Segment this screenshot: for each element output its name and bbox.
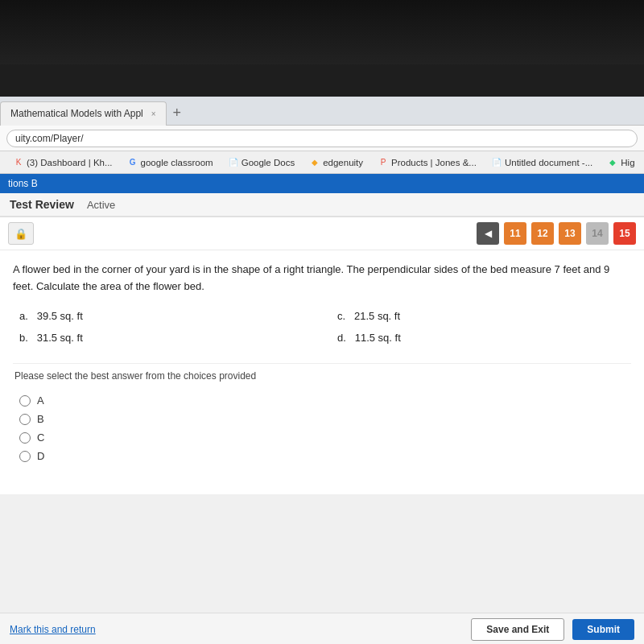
bookmark-hig[interactable]: ◆ Hig [601, 155, 641, 170]
select-instruction: Please select the best answer from the c… [13, 370, 631, 382]
radio-circle-d [19, 451, 31, 462]
bookmark-dashboard[interactable]: K (3) Dashboard | Kh... [6, 155, 119, 170]
bookmark-edgenuity[interactable]: ◆ edgenuity [303, 155, 369, 170]
bookmark-dashboard-label: (3) Dashboard | Kh... [27, 158, 113, 167]
bookmark-untitled-label: Untitled document -... [505, 158, 592, 167]
question-text: A flower bed in the corner of your yard … [13, 262, 631, 295]
answer-choices-grid: a. 39.5 sq. ft c. 21.5 sq. ft b. 31.5 sq… [13, 307, 631, 348]
bottom-action-bar: Mark this and return Save and Exit Submi… [0, 613, 644, 644]
tab-label: Mathematical Models with Appl [10, 108, 143, 119]
radio-label-a: A [37, 394, 44, 407]
content-area: A flower bed in the corner of your yard … [0, 250, 644, 644]
bookmark-classroom-label: google classroom [141, 158, 213, 167]
choice-a: a. 39.5 sq. ft [19, 307, 313, 325]
radio-options: A B C D [13, 394, 631, 462]
prev-question-button[interactable]: ◀ [477, 222, 499, 245]
section-divider [13, 363, 631, 364]
question-12-button[interactable]: 12 [531, 222, 554, 245]
question-area: A flower bed in the corner of your yard … [0, 250, 644, 494]
bookmark-classroom-icon: G [127, 157, 138, 168]
question-11-button[interactable]: 11 [504, 222, 526, 245]
choice-b-value: 31.5 sq. ft [37, 332, 83, 344]
choice-d: d. 11.5 sq. ft [337, 328, 631, 347]
bookmark-dashboard-icon: K [13, 157, 24, 168]
tab-bar: Mathematical Models with Appl × + [0, 97, 644, 126]
active-status-badge: Active [87, 199, 115, 211]
choice-d-value: 11.5 sq. ft [355, 332, 401, 344]
radio-label-b: B [37, 413, 44, 425]
app-header-title: tions B [8, 178, 38, 189]
question-13-button[interactable]: 13 [559, 222, 581, 245]
bookmark-docs-icon: 📄 [228, 157, 239, 168]
bookmark-jones-icon: P [378, 157, 389, 168]
print-icon: 🔒 [14, 228, 27, 240]
app-header-bar: tions B [0, 174, 644, 193]
bookmark-edgenuity-label: edgenuity [323, 158, 363, 167]
radio-circle-c [19, 432, 31, 444]
question-navigation: 🔒 ◀ 11 12 13 14 15 [0, 217, 644, 250]
radio-option-d[interactable]: D [19, 450, 631, 462]
bookmarks-bar: K (3) Dashboard | Kh... G google classro… [0, 151, 644, 174]
radio-circle-a [19, 395, 31, 407]
choice-a-value: 39.5 sq. ft [37, 310, 83, 322]
radio-option-b[interactable]: B [19, 413, 631, 425]
choice-b-key: b. [19, 332, 28, 344]
choice-b: b. 31.5 sq. ft [19, 328, 313, 347]
submit-button[interactable]: Submit [572, 619, 634, 640]
mark-return-link[interactable]: Mark this and return [10, 624, 96, 635]
radio-option-a[interactable]: A [19, 394, 631, 407]
bookmark-google-classroom[interactable]: G google classroom [121, 155, 220, 170]
bookmark-hig-label: Hig [621, 158, 634, 167]
question-content: A flower bed in the corner of your yard … [0, 250, 644, 494]
test-review-bar: Test Review Active [0, 193, 644, 217]
choice-a-key: a. [19, 310, 28, 322]
prev-icon: ◀ [485, 228, 492, 239]
address-input[interactable] [6, 130, 638, 147]
address-bar [0, 126, 644, 151]
test-review-title: Test Review [10, 198, 74, 211]
new-tab-button[interactable]: + [167, 105, 188, 122]
bookmark-google-docs[interactable]: 📄 Google Docs [221, 155, 301, 170]
choice-d-key: d. [337, 332, 346, 344]
radio-option-c[interactable]: C [19, 431, 631, 444]
bookmark-hig-icon: ◆ [607, 157, 618, 168]
bookmark-edgenuity-icon: ◆ [309, 157, 320, 168]
bookmark-untitled-icon: 📄 [491, 157, 502, 168]
print-button[interactable]: 🔒 [8, 222, 34, 245]
monitor-bezel [0, 0, 644, 97]
question-14-button[interactable]: 14 [586, 222, 609, 245]
radio-label-d: D [37, 450, 44, 462]
active-tab[interactable]: Mathematical Models with Appl × [0, 101, 167, 126]
save-exit-button[interactable]: Save and Exit [471, 618, 564, 641]
choice-c: c. 21.5 sq. ft [337, 307, 631, 325]
choice-c-value: 21.5 sq. ft [354, 310, 400, 322]
choice-c-key: c. [337, 310, 345, 322]
radio-label-c: C [37, 431, 44, 444]
bookmark-jones-label: Products | Jones &... [391, 158, 477, 167]
question-15-button[interactable]: 15 [613, 222, 636, 245]
tab-close-button[interactable]: × [151, 109, 156, 118]
monitor-bottom-bezel [0, 64, 644, 97]
radio-circle-b [19, 414, 31, 425]
browser-window: Mathematical Models with Appl × + K (3) … [0, 97, 644, 644]
bookmark-products-jones[interactable]: P Products | Jones &... [371, 155, 483, 170]
bookmark-untitled-doc[interactable]: 📄 Untitled document -... [485, 155, 599, 170]
bookmark-docs-label: Google Docs [242, 158, 295, 167]
